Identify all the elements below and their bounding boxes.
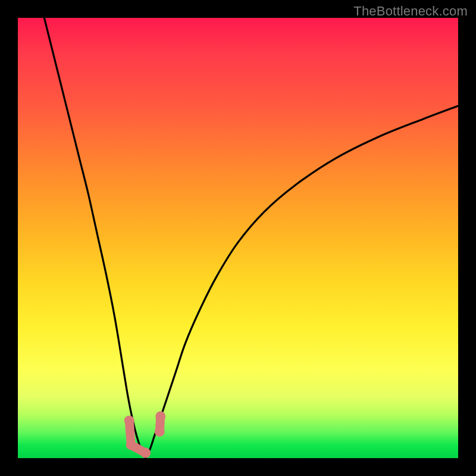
marker-dot-right-nub-top [155, 411, 165, 421]
marker-dot-left-nub-knee [126, 440, 136, 450]
plot-area [18, 18, 458, 458]
marker-dot-floor-mid [140, 448, 151, 458]
curve-left-branch [44, 18, 145, 458]
curve-layer [18, 18, 458, 458]
marker-dot-right-nub [155, 427, 165, 437]
curve-right-branch [146, 106, 458, 458]
marker-dot-left-nub-top [124, 416, 134, 426]
outer-frame: TheBottleneck.com [0, 0, 476, 476]
watermark-label: TheBottleneck.com [353, 4, 468, 19]
